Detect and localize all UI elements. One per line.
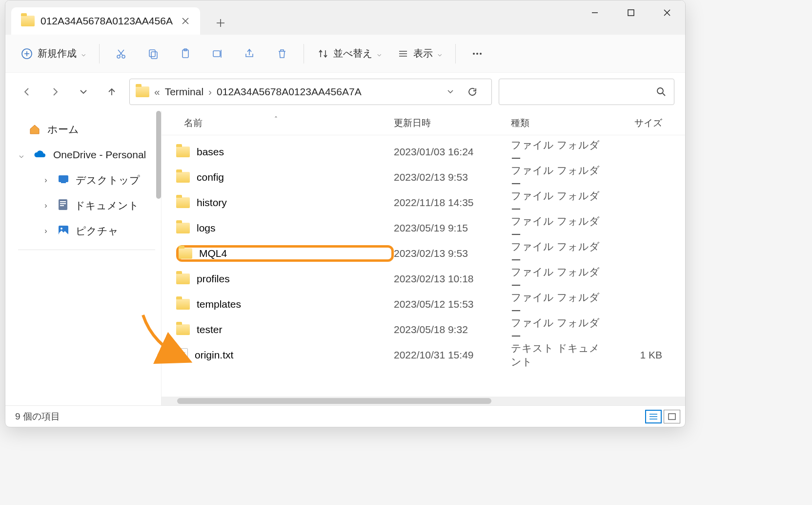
cell-date: 2023/05/18 9:32: [394, 324, 511, 336]
folder-icon: [136, 86, 149, 97]
file-name: profiles: [197, 273, 230, 285]
file-name: logs: [197, 222, 216, 234]
chevron-right-icon[interactable]: ›: [41, 176, 51, 185]
column-name[interactable]: 名前 ˄: [184, 117, 394, 129]
cell-type: ファイル フォルダー: [511, 138, 609, 166]
sidebar-item[interactable]: › ドキュメント: [14, 193, 159, 218]
share-button[interactable]: [235, 42, 264, 65]
breadcrumb-parent[interactable]: Terminal: [165, 86, 203, 98]
cell-date: 2022/11/18 14:35: [394, 197, 511, 209]
scrollbar-thumb[interactable]: [177, 398, 491, 404]
svg-rect-21: [669, 414, 675, 420]
sidebar-item-label: ホーム: [47, 123, 79, 136]
table-row[interactable]: templates 2023/05/12 15:53 ファイル フォルダー: [162, 292, 685, 317]
new-button-label: 新規作成: [38, 47, 77, 60]
minimize-button[interactable]: [577, 0, 613, 25]
table-row[interactable]: MQL4 2023/02/13 9:53 ファイル フォルダー: [162, 241, 685, 266]
chevron-down-icon[interactable]: [447, 86, 454, 98]
horizontal-scrollbar[interactable]: [162, 397, 685, 405]
delete-button[interactable]: [267, 42, 297, 65]
svg-rect-16: [60, 201, 66, 202]
file-name: MQL4: [199, 248, 227, 259]
maximize-button[interactable]: [613, 0, 649, 25]
cell-name: tester: [176, 324, 394, 336]
tab-active[interactable]: 012A34A5678A0123AA456A: [11, 7, 200, 35]
cell-name: origin.txt: [176, 348, 394, 362]
view-mode-toggles: [645, 410, 680, 423]
sidebar-item-home[interactable]: ホーム: [14, 117, 159, 142]
scrollbar[interactable]: [156, 111, 161, 199]
details-view-button[interactable]: [645, 410, 662, 423]
column-date[interactable]: 更新日時: [394, 117, 511, 129]
close-icon[interactable]: [179, 14, 192, 28]
tab-title: 012A34A5678A0123AA456A: [41, 15, 173, 27]
table-row[interactable]: tester 2023/05/18 9:32 ファイル フォルダー: [162, 317, 685, 342]
thumbnail-view-button[interactable]: [664, 410, 680, 423]
folder-icon: [176, 274, 190, 284]
cell-name: MQL4: [176, 245, 394, 262]
refresh-button[interactable]: [459, 86, 486, 97]
svg-rect-8: [213, 51, 220, 57]
table-row[interactable]: config 2023/02/13 9:53 ファイル フォルダー: [162, 165, 685, 190]
cell-name: templates: [176, 298, 394, 310]
column-headers: 名前 ˄ 更新日時 種類 サイズ: [162, 111, 685, 135]
svg-rect-13: [59, 175, 68, 182]
chevron-right-icon[interactable]: ›: [41, 227, 51, 235]
search-input[interactable]: [499, 79, 674, 105]
breadcrumb-current[interactable]: 012A34A5678A0123AA456A7A: [217, 86, 362, 98]
new-button[interactable]: 新規作成 ⌵: [14, 42, 92, 65]
table-row[interactable]: origin.txt 2022/10/31 15:49 テキスト ドキュメント …: [162, 342, 685, 368]
folder-icon: [176, 223, 190, 233]
sidebar-item[interactable]: › デスクトップ: [14, 168, 159, 193]
sidebar-item-label: ドキュメント: [75, 199, 139, 212]
cut-button[interactable]: [106, 42, 136, 65]
sort-indicator-icon: ˄: [274, 115, 278, 123]
column-size[interactable]: サイズ: [609, 117, 662, 129]
forward-button[interactable]: [44, 81, 66, 103]
sidebar-item-label: OneDrive - Personal: [53, 149, 146, 161]
svg-rect-4: [149, 50, 155, 57]
recent-button[interactable]: [73, 81, 94, 103]
new-tab-button[interactable]: [209, 11, 232, 35]
cell-name: history: [176, 197, 394, 209]
chevron-down-icon[interactable]: ⌵: [16, 150, 27, 160]
cell-name: bases: [176, 146, 394, 158]
paste-button[interactable]: [171, 42, 200, 65]
breadcrumb-overflow-icon[interactable]: «: [154, 86, 160, 98]
more-button[interactable]: [463, 42, 492, 65]
back-button[interactable]: [16, 81, 38, 103]
folder-icon: [179, 248, 192, 259]
up-button[interactable]: [101, 81, 122, 103]
cell-date: 2023/05/12 15:53: [394, 298, 511, 310]
chevron-right-icon[interactable]: ›: [41, 201, 51, 210]
table-row[interactable]: logs 2023/05/19 9:15 ファイル フォルダー: [162, 215, 685, 241]
sidebar-item-icon: [58, 225, 69, 237]
table-row[interactable]: history 2022/11/18 14:35 ファイル フォルダー: [162, 190, 685, 215]
rename-button[interactable]: [203, 42, 232, 65]
sidebar-item[interactable]: › ピクチャ: [14, 218, 159, 244]
body: ホーム ⌵ OneDrive - Personal › デスクトップ› ドキュメ…: [5, 111, 685, 405]
explorer-window: 012A34A5678A0123AA456A 新規作成 ⌵: [5, 0, 686, 427]
column-type[interactable]: 種類: [511, 117, 609, 129]
cell-size: 1 KB: [609, 349, 662, 361]
svg-point-12: [657, 88, 663, 94]
sidebar-item-icon: [58, 174, 69, 186]
sidebar-item-onedrive[interactable]: ⌵ OneDrive - Personal: [14, 142, 159, 168]
sort-button[interactable]: 並べ替え ⌵: [311, 42, 388, 65]
table-row[interactable]: bases 2023/01/03 16:24 ファイル フォルダー: [162, 139, 685, 165]
cell-name: config: [176, 171, 394, 183]
view-button[interactable]: 表示 ⌵: [391, 42, 448, 65]
cell-date: 2023/05/19 9:15: [394, 222, 511, 234]
file-name: bases: [197, 146, 224, 158]
cell-type: テキスト ドキュメント: [511, 341, 609, 369]
cell-date: 2023/02/13 9:53: [394, 248, 511, 259]
toolbar: 新規作成 ⌵ 並べ替え ⌵ 表示 ⌵: [5, 35, 685, 73]
copy-button[interactable]: [139, 42, 168, 65]
address-bar[interactable]: « Terminal › 012A34A5678A0123AA456A7A: [129, 79, 492, 105]
cell-type: ファイル フォルダー: [511, 316, 609, 343]
view-button-label: 表示: [413, 47, 433, 60]
close-window-button[interactable]: [649, 0, 685, 25]
folder-icon: [21, 16, 35, 26]
svg-rect-5: [151, 52, 157, 59]
table-row[interactable]: profiles 2023/02/13 10:18 ファイル フォルダー: [162, 266, 685, 292]
